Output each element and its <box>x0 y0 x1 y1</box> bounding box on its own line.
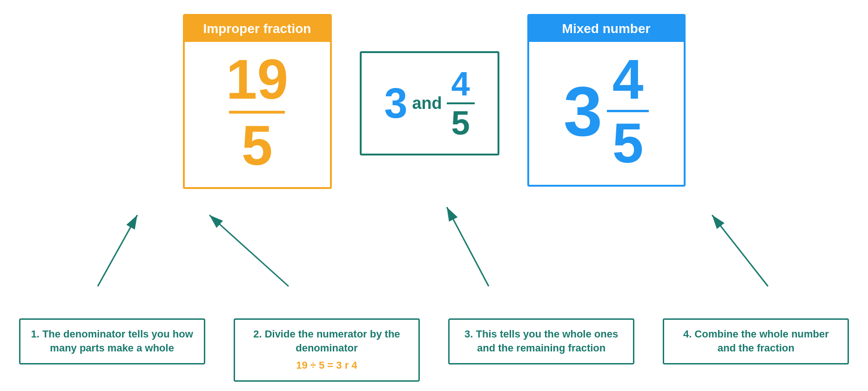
info-box-1-text: 1. The denominator tells you how many pa… <box>31 328 193 354</box>
improper-fraction-card: Improper fraction 19 5 <box>183 14 332 189</box>
main-container: Improper fraction 19 5 3 and 4 5 <box>0 0 868 391</box>
middle-denominator: 5 <box>451 106 470 140</box>
svg-line-3 <box>447 207 489 286</box>
middle-numerator: 4 <box>451 67 470 101</box>
mixed-fraction-display: 4 5 <box>607 51 649 171</box>
info-box-3-text: 3. This tells you the whole ones and the… <box>464 328 618 354</box>
improper-fraction-line <box>229 111 285 114</box>
mixed-card-header: Mixed number <box>529 16 684 42</box>
svg-line-2 <box>209 215 289 286</box>
cards-row: Improper fraction 19 5 3 and 4 5 <box>39 14 830 189</box>
info-box-1: 1. The denominator tells you how many pa… <box>19 318 205 365</box>
middle-content: 3 and 4 5 <box>384 67 474 140</box>
improper-fraction-display: 19 5 <box>226 51 288 173</box>
mixed-number-card: Mixed number 3 4 5 <box>527 14 686 187</box>
improper-card-header: Improper fraction <box>185 16 330 42</box>
middle-and-text: and <box>412 94 442 113</box>
middle-box: 3 and 4 5 <box>360 51 499 155</box>
svg-line-1 <box>98 215 137 286</box>
middle-fraction: 4 5 <box>447 67 475 140</box>
mixed-whole-number: 3 <box>564 76 602 146</box>
improper-numerator: 19 <box>226 51 288 107</box>
info-box-2-equation: 19 ÷ 5 = 3 r 4 <box>243 358 410 373</box>
equation-text: 19 ÷ 5 = 3 r 4 <box>296 359 357 371</box>
improper-card-header-text: Improper fraction <box>203 21 311 36</box>
svg-line-4 <box>712 215 768 286</box>
mixed-card-header-text: Mixed number <box>562 21 651 36</box>
mixed-card-body: 3 4 5 <box>529 42 684 185</box>
improper-card-body: 19 5 <box>185 42 330 187</box>
info-box-2-text: 2. Divide the numerator by the denominat… <box>253 328 400 354</box>
info-box-4: 4. Combine the whole number and the frac… <box>663 318 849 365</box>
middle-whole-number: 3 <box>384 80 407 128</box>
mixed-denominator: 5 <box>612 115 644 171</box>
improper-denominator: 5 <box>242 117 273 173</box>
info-boxes-row: 1. The denominator tells you how many pa… <box>0 318 868 382</box>
info-box-3: 3. This tells you the whole ones and the… <box>448 318 634 365</box>
info-box-4-text: 4. Combine the whole number and the frac… <box>683 328 829 354</box>
info-box-2: 2. Divide the numerator by the denominat… <box>234 318 420 382</box>
mixed-numerator: 4 <box>612 51 644 107</box>
